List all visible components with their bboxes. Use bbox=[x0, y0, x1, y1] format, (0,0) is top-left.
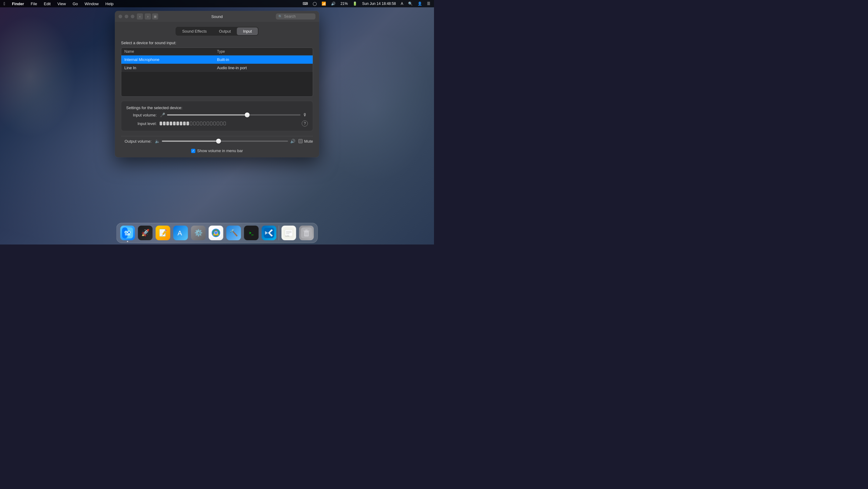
speaker-low-icon: 🔈 bbox=[155, 139, 160, 144]
apple-menu[interactable]:  bbox=[2, 1, 6, 7]
level-bar-3 bbox=[166, 122, 169, 125]
table-row[interactable]: Line In Audio line-in port bbox=[121, 64, 313, 72]
microphone-high-icon: 🎙 bbox=[302, 113, 308, 117]
dock-item-launchpad[interactable]: 🚀 bbox=[137, 225, 153, 241]
input-volume-thumb[interactable] bbox=[245, 113, 250, 117]
user-icon[interactable]: 👤 bbox=[416, 2, 423, 6]
level-bar-5 bbox=[173, 122, 176, 125]
menubar-help[interactable]: Help bbox=[104, 1, 115, 7]
menu-icon[interactable]: ☰ bbox=[426, 2, 432, 6]
sound-icon[interactable]: 🔊 bbox=[330, 2, 337, 6]
battery-percent: 21% bbox=[339, 2, 349, 6]
level-bar-16 bbox=[210, 122, 212, 125]
wifi-icon[interactable]: 📶 bbox=[320, 2, 327, 6]
level-bar-7 bbox=[180, 122, 182, 125]
dock-item-xcode[interactable]: 🔨 bbox=[226, 225, 242, 241]
device-type-0: Built-in bbox=[217, 57, 310, 62]
output-volume-track[interactable] bbox=[162, 141, 288, 142]
menubar-edit[interactable]: Edit bbox=[43, 1, 52, 7]
table-row[interactable]: Internal Microphone Built-in bbox=[121, 56, 313, 64]
microphone-low-icon: 🎤 bbox=[160, 113, 165, 117]
text-input-icon[interactable]: A bbox=[400, 2, 404, 6]
window-controls bbox=[119, 14, 134, 18]
window-search[interactable]: 🔍 bbox=[276, 13, 315, 20]
output-volume-slider-container: 🔈 🔊 bbox=[155, 139, 295, 144]
window-maximize-button[interactable] bbox=[131, 14, 134, 18]
battery-icon[interactable]: 🔋 bbox=[351, 2, 359, 6]
mute-checkbox[interactable]: Mute bbox=[299, 139, 313, 144]
menubar-finder[interactable]: Finder bbox=[11, 1, 25, 7]
terminal-icon: >_ bbox=[244, 225, 259, 240]
finder-dot bbox=[127, 241, 128, 242]
appstore-icon: A bbox=[174, 225, 188, 240]
dock-item-log[interactable]: LOG bbox=[281, 225, 297, 241]
svg-text:LOG: LOG bbox=[286, 235, 289, 237]
window-forward-button[interactable]: › bbox=[145, 13, 151, 20]
tab-output[interactable]: Output bbox=[213, 27, 237, 35]
input-level-label: Input level: bbox=[126, 121, 157, 126]
show-volume-checkbox[interactable]: ✓ Show volume in menu bar bbox=[191, 149, 243, 153]
dock-item-vscode[interactable] bbox=[261, 225, 277, 241]
input-level-row: Input level: bbox=[126, 120, 308, 126]
menubar-go[interactable]: Go bbox=[71, 1, 79, 7]
dock-item-terminal[interactable]: >_ bbox=[244, 225, 259, 241]
level-indicators bbox=[160, 122, 226, 125]
input-volume-row: Input volume: 🎤 🎙 bbox=[126, 113, 308, 117]
window-close-button[interactable] bbox=[119, 14, 122, 18]
window-back-button[interactable]: ‹ bbox=[137, 13, 143, 20]
trash-icon bbox=[299, 225, 314, 240]
dock-item-trash[interactable] bbox=[299, 225, 314, 241]
input-volume-track[interactable] bbox=[167, 114, 301, 116]
level-bar-15 bbox=[207, 122, 209, 125]
tab-sound-effects[interactable]: Sound Effects bbox=[176, 27, 213, 35]
window-titlebar: ‹ › ⊞ Sound 🔍 bbox=[115, 11, 319, 22]
datetime[interactable]: Sun Jun 14 18:48:58 bbox=[361, 2, 397, 6]
menubar-view[interactable]: View bbox=[56, 1, 67, 7]
window-grid-button[interactable]: ⊞ bbox=[152, 13, 158, 20]
menubar-window[interactable]: Window bbox=[84, 1, 100, 7]
speaker-high-icon: 🔊 bbox=[290, 139, 295, 144]
mute-label: Mute bbox=[304, 139, 313, 144]
level-bar-10 bbox=[190, 122, 192, 125]
col-name-header: Name bbox=[124, 50, 217, 54]
dock-item-notes[interactable]: 📝 bbox=[155, 225, 171, 241]
spotlight-icon[interactable]: 🔍 bbox=[407, 2, 414, 6]
menubar-file[interactable]: File bbox=[30, 1, 38, 7]
dock-item-appstore[interactable]: A bbox=[173, 225, 189, 241]
log-icon: LOG bbox=[282, 225, 296, 240]
vscode-icon bbox=[262, 225, 276, 240]
output-volume-thumb[interactable] bbox=[216, 139, 221, 144]
level-bar-19 bbox=[220, 122, 222, 125]
output-volume-fill bbox=[162, 141, 219, 142]
browser-icon[interactable]: ◯ bbox=[311, 2, 318, 6]
level-bar-17 bbox=[213, 122, 216, 125]
dock-item-systemprefs[interactable]: ⚙️ bbox=[190, 225, 206, 241]
svg-rect-23 bbox=[305, 230, 308, 231]
menubar-left:  Finder File Edit View Go Window Help bbox=[2, 1, 115, 7]
input-method-icon[interactable]: ⌨ bbox=[302, 2, 309, 6]
level-bar-8 bbox=[183, 122, 186, 125]
help-button[interactable]: ? bbox=[302, 120, 308, 126]
device-empty-area bbox=[121, 72, 313, 96]
svg-point-12 bbox=[215, 232, 217, 234]
devices-table: Name Type Internal Microphone Built-in L… bbox=[121, 48, 313, 97]
window-nav: ‹ › bbox=[137, 13, 151, 20]
tab-input[interactable]: Input bbox=[237, 27, 258, 35]
bottom-options: ✓ Show volume in menu bar bbox=[115, 146, 319, 157]
level-bar-2 bbox=[163, 122, 165, 125]
search-input[interactable] bbox=[284, 14, 313, 19]
systemprefs-icon: ⚙️ bbox=[191, 225, 206, 240]
table-header: Name Type bbox=[121, 48, 313, 56]
window-content: Sound Effects Output Input Select a devi… bbox=[115, 22, 319, 136]
dock-item-finder[interactable] bbox=[120, 225, 135, 241]
launchpad-icon: 🚀 bbox=[138, 225, 153, 240]
svg-point-4 bbox=[125, 232, 127, 233]
dock-item-chrome[interactable] bbox=[208, 225, 224, 241]
menubar-right: ⌨ ◯ 📶 🔊 21% 🔋 Sun Jun 14 18:48:58 A 🔍 👤 … bbox=[302, 2, 432, 6]
level-bar-12 bbox=[196, 122, 199, 125]
level-bar-14 bbox=[203, 122, 206, 125]
level-bar-13 bbox=[200, 122, 203, 125]
svg-rect-6 bbox=[125, 234, 130, 235]
level-bar-1 bbox=[160, 122, 162, 125]
window-minimize-button[interactable] bbox=[125, 14, 128, 18]
